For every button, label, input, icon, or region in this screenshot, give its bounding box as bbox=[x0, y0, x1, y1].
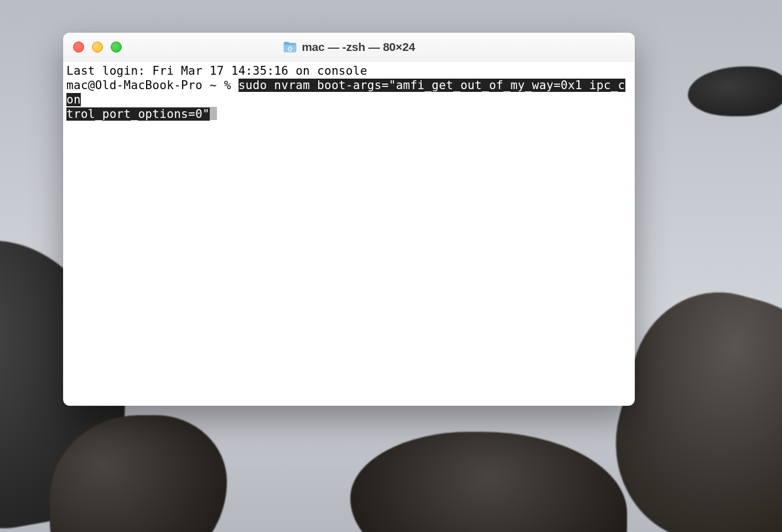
last-login-line: Last login: Fri Mar 17 14:35:16 on conso… bbox=[66, 64, 631, 78]
text-cursor bbox=[210, 107, 217, 120]
traffic-lights bbox=[63, 42, 122, 53]
close-button[interactable] bbox=[73, 42, 84, 53]
window-title: mac — -zsh — 80×24 bbox=[302, 40, 415, 54]
desktop-background-rock bbox=[688, 66, 782, 116]
zoom-button[interactable] bbox=[111, 42, 122, 53]
title-area: mac — -zsh — 80×24 bbox=[63, 40, 635, 54]
terminal-window[interactable]: mac — -zsh — 80×24 Last login: Fri Mar 1… bbox=[63, 33, 635, 406]
terminal-body[interactable]: Last login: Fri Mar 17 14:35:16 on conso… bbox=[63, 61, 635, 406]
titlebar[interactable]: mac — -zsh — 80×24 bbox=[63, 33, 635, 61]
minimize-button[interactable] bbox=[92, 42, 103, 53]
home-folder-icon bbox=[283, 41, 297, 53]
shell-prompt: mac@Old-MacBook-Pro ~ % bbox=[66, 79, 239, 92]
desktop-background-rock bbox=[350, 432, 627, 532]
command-selected-text[interactable]: trol_port_options=0" bbox=[66, 107, 210, 121]
